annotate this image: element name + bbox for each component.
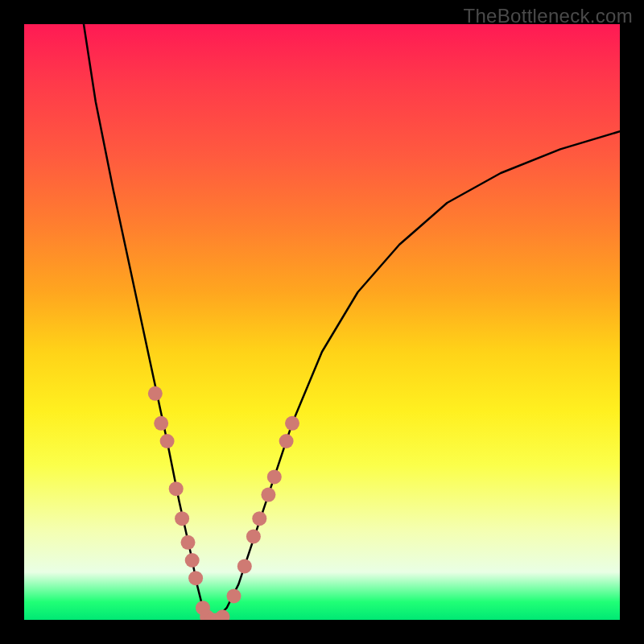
chart-plot-area: [24, 24, 620, 620]
chart-marker: [227, 588, 242, 603]
watermark-text: TheBottleneck.com: [463, 5, 633, 27]
chart-marker: [148, 386, 163, 401]
chart-marker: [188, 571, 203, 585]
chart-marker: [267, 469, 282, 484]
bottleneck-curve-path: [84, 24, 620, 620]
chart-marker: [261, 488, 275, 502]
chart-marker: [181, 535, 196, 550]
chart-marker: [237, 559, 252, 573]
chart-frame: TheBottleneck.com: [0, 0, 644, 644]
chart-svg: [24, 24, 620, 620]
chart-marker: [154, 416, 168, 431]
chart-marker: [160, 434, 175, 448]
chart-marker: [215, 609, 229, 620]
chart-marker: [185, 553, 200, 568]
chart-marker: [252, 511, 266, 526]
chart-marker: [279, 434, 294, 448]
chart-marker: [246, 529, 261, 543]
chart-marker: [285, 416, 299, 431]
chart-marker: [175, 511, 189, 526]
chart-marker: [169, 481, 184, 496]
chart-markers: [148, 386, 299, 620]
